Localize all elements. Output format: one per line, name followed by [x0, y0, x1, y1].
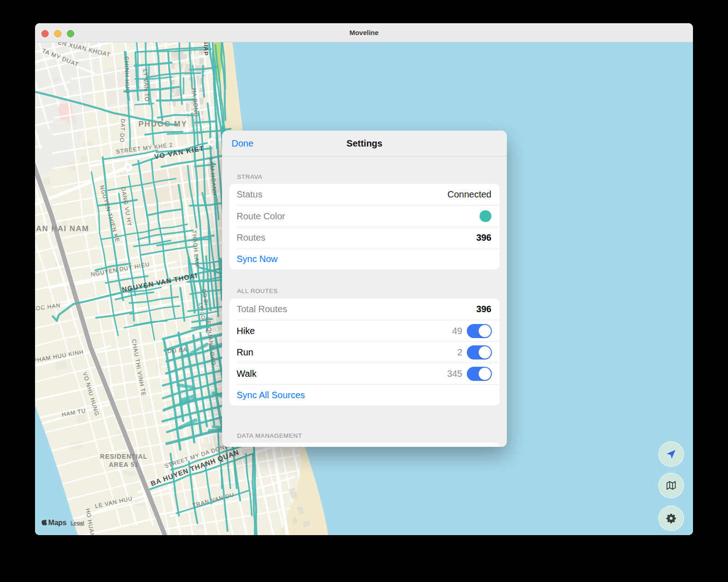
svg-text:Legal: Legal	[71, 520, 84, 526]
svg-text:Maps: Maps	[48, 519, 66, 526]
svg-text:AREA 51: AREA 51	[109, 461, 139, 468]
svg-text:AN HAI NAM: AN HAI NAM	[36, 224, 89, 233]
svg-text:RESIDENTIAL: RESIDENTIAL	[100, 453, 147, 460]
svg-text:CHINH HUU: CHINH HUU	[123, 56, 131, 94]
svg-text:DAT-DO: DAT-DO	[119, 119, 126, 143]
svg-text:PHUOC MY: PHUOC MY	[138, 120, 187, 128]
svg-text:GIAP: GIAP	[202, 42, 209, 56]
